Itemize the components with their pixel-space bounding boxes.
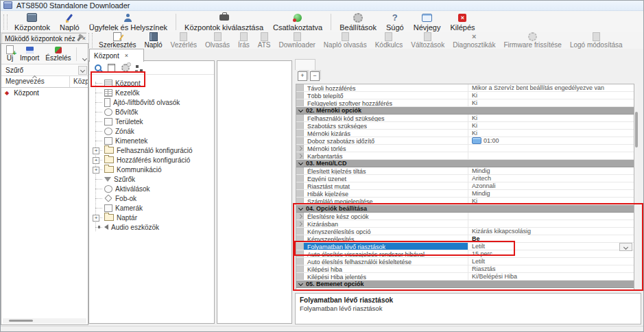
- tree-item[interactable]: Központ: [89, 78, 214, 88]
- downloader-button[interactable]: Downloader: [274, 32, 319, 49]
- property-value[interactable]: 15 perc: [468, 250, 634, 257]
- property-row[interactable]: Doboz szabotázs időzítő01:00: [296, 137, 634, 145]
- property-section-row[interactable]: 04. Opciók beállítása: [296, 205, 634, 213]
- tree-item[interactable]: +Kommunikáció: [89, 165, 214, 174]
- property-row[interactable]: KényszerélesítésBe: [296, 235, 634, 243]
- property-value[interactable]: Ki: [468, 130, 634, 137]
- property-value[interactable]: Letilt: [468, 258, 634, 265]
- property-row[interactable]: Mérnöki kizárásKi: [296, 130, 634, 137]
- property-row[interactable]: Kilépési Hiba jelentésKi/Belépési Hiba: [296, 273, 634, 281]
- expander-icon[interactable]: [298, 146, 302, 151]
- property-row[interactable]: Egyéni üzenetAritech: [296, 175, 634, 182]
- property-value[interactable]: Riasztás: [468, 265, 634, 272]
- property-row[interactable]: Auto élesítés felhasználói késleltetéseL…: [296, 258, 634, 265]
- logo-button[interactable]: Logó módosítása: [566, 32, 627, 49]
- report-icon[interactable]: [108, 64, 115, 72]
- property-value[interactable]: Mindig: [468, 190, 634, 197]
- log-pencil-button[interactable]: Napló: [55, 12, 84, 32]
- tree-item[interactable]: +Felhasználó konfiguráció: [89, 145, 214, 155]
- search-icon[interactable]: [95, 64, 102, 71]
- property-row[interactable]: Kilépési hibaRiasztás: [296, 265, 634, 273]
- property-row[interactable]: Távoli hozzáférésMikor a Szervíz bent be…: [296, 84, 634, 92]
- read-button[interactable]: Olvasás: [201, 32, 234, 49]
- tab-close-icon[interactable]: ×: [125, 53, 128, 59]
- property-value[interactable]: Ki: [468, 122, 634, 129]
- property-value[interactable]: [468, 220, 634, 227]
- overflow-button[interactable]: [82, 54, 87, 62]
- codekey-button[interactable]: Kódkulcs: [371, 32, 407, 49]
- tree-item[interactable]: Bővítők: [89, 107, 214, 117]
- property-value[interactable]: Ki: [468, 198, 634, 204]
- control-button[interactable]: Vezérlés: [167, 32, 201, 49]
- property-section-row[interactable]: 02. Mérnöki opciók: [296, 107, 634, 115]
- tree-item[interactable]: Kezelők: [89, 88, 214, 97]
- property-value[interactable]: [468, 213, 634, 220]
- property-value[interactable]: Ki: [468, 115, 634, 121]
- expander-icon[interactable]: [298, 222, 302, 226]
- connected-status-button[interactable]: Csatlakoztatva: [268, 12, 327, 32]
- property-row[interactable]: Szabotázs szükségesKi: [296, 122, 634, 130]
- exit-button[interactable]: ×Kilépés: [445, 12, 479, 32]
- new-button[interactable]: Új: [3, 46, 16, 62]
- property-panel-tab[interactable]: [295, 59, 315, 70]
- hierarchy-icon[interactable]: [136, 65, 139, 68]
- tree-item[interactable]: Kimenetek: [89, 136, 214, 145]
- gears-icon[interactable]: [121, 64, 130, 72]
- panels-button[interactable]: Központok: [10, 12, 55, 32]
- property-value[interactable]: [468, 152, 634, 159]
- property-value[interactable]: 01:00: [468, 137, 634, 144]
- property-value[interactable]: Be: [468, 235, 634, 242]
- property-section-row[interactable]: 05. Bemenet opciók: [296, 281, 634, 288]
- property-row[interactable]: Élesített kijelzés tiltásMindig: [296, 167, 634, 175]
- log-button[interactable]: Napló: [140, 32, 166, 49]
- scrollbar-thumb[interactable]: [9, 320, 33, 322]
- tree-item[interactable]: Szűrők: [89, 174, 214, 184]
- import-button[interactable]: Import: [17, 46, 42, 62]
- ats-button[interactable]: ATS: [254, 32, 275, 49]
- expand-categories-icon[interactable]: +: [298, 71, 307, 81]
- property-row[interactable]: Mérnöki törlés: [296, 145, 634, 152]
- property-row[interactable]: Élesítésre kész opciók: [296, 213, 634, 220]
- property-row[interactable]: Folyamatban lévő riasztásokLetilt: [296, 243, 634, 250]
- write-button[interactable]: Írás: [234, 32, 254, 49]
- property-value[interactable]: [468, 145, 634, 152]
- property-value[interactable]: Kizárás kikapcsolásig: [468, 228, 634, 235]
- property-row[interactable]: Felügyeleti szoftver hozzáférésKi: [296, 99, 634, 107]
- clients-person-button[interactable]: Ügyfelek és Helyszínek: [84, 12, 172, 32]
- expander-icon[interactable]: [298, 214, 302, 219]
- expand-toggle-icon[interactable]: +: [93, 157, 99, 164]
- pin-icon[interactable]: [77, 36, 81, 40]
- property-row[interactable]: Kizárásban: [296, 220, 634, 228]
- tree-item[interactable]: +Naptár: [89, 213, 214, 222]
- property-row[interactable]: Kényszerélesítés opcióKizárás kikapcsolá…: [296, 228, 634, 235]
- firmware-gear-button[interactable]: Firmware frissítése: [499, 32, 565, 49]
- tab-kozpont[interactable]: Központ ×: [89, 49, 144, 62]
- settings-gear-button[interactable]: Beállítások: [335, 12, 381, 32]
- changes-button[interactable]: Változások: [407, 32, 449, 49]
- detect-button[interactable]: Észlelés: [43, 46, 73, 62]
- horizontal-scrollbar[interactable]: [3, 318, 86, 324]
- property-row[interactable]: Felhasználói kód szükségesKi: [296, 115, 634, 122]
- tree-item[interactable]: Kamerák: [89, 203, 214, 213]
- property-row[interactable]: Számláló megjelenítéseKi: [296, 198, 634, 205]
- help-button[interactable]: ?Súgó: [381, 12, 409, 32]
- expand-toggle-icon[interactable]: +: [93, 167, 99, 174]
- property-section-row[interactable]: 03. Menü/LCD: [296, 160, 634, 167]
- tree-item[interactable]: Zónák: [89, 126, 214, 136]
- property-value[interactable]: Azonnali: [468, 182, 634, 189]
- property-row[interactable]: Auto élesítés visszajelzés rendszer hibá…: [296, 250, 634, 258]
- expander-icon[interactable]: [298, 154, 302, 158]
- property-value[interactable]: Mikor a Szervíz bent beállítás engedélye…: [468, 84, 634, 91]
- filter-row[interactable]: Szűrő: [1, 64, 88, 76]
- tree-item[interactable]: Aktiválások: [89, 184, 214, 193]
- panel-list-row[interactable]: ◆Központ: [1, 88, 88, 98]
- expand-toggle-icon[interactable]: +: [93, 147, 99, 154]
- property-value[interactable]: Mindig: [468, 167, 634, 174]
- log-read-button[interactable]: Napló olvasás: [320, 32, 371, 49]
- property-row[interactable]: Karbantartás: [296, 152, 634, 160]
- property-value[interactable]: Ki: [468, 99, 634, 106]
- filter-dropdown-button[interactable]: [78, 66, 87, 75]
- diagnostics-button[interactable]: ×Diagnosztikák: [449, 32, 499, 49]
- tree-item[interactable]: Audio eszközök: [89, 222, 214, 232]
- tree-item[interactable]: +Hozzáférés konfiguráció: [89, 155, 214, 165]
